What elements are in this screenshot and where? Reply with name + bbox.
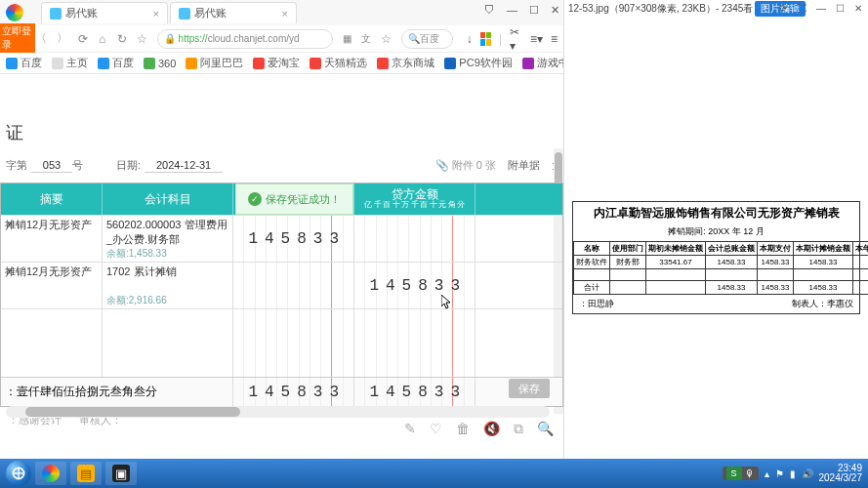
cell-summary[interactable]: 摊销12月无形资产 — [1, 263, 103, 308]
address-bar[interactable]: 🔒 https://cloud.chanjet.com/yd — [157, 29, 333, 49]
cell-credit[interactable] — [354, 216, 475, 262]
viewer-close-icon[interactable]: ✕ — [854, 3, 862, 14]
debit-amount — [233, 263, 353, 308]
bookmark-item[interactable]: 京东商城 — [377, 56, 434, 70]
nav-forward-icon[interactable]: 〉 — [57, 30, 68, 48]
tab-close-icon[interactable]: × — [282, 8, 288, 20]
tray-chevron-icon[interactable]: ▴ — [765, 468, 769, 479]
url-path: /yd — [286, 33, 299, 44]
tray-flag-icon[interactable]: ⚑ — [775, 468, 784, 479]
bookmark-item[interactable]: 爱淘宝 — [253, 56, 300, 70]
viewer-maximize-icon[interactable]: ☐ — [836, 3, 845, 14]
voucher-header: 字第 号 日期: 📎 附件 0 张 附单据 1 — [0, 154, 563, 177]
nav-home-icon[interactable]: ⌂ — [98, 30, 107, 48]
tray-mic-icon[interactable]: 🎙 — [745, 468, 755, 479]
tray-green-icon[interactable]: S — [726, 467, 742, 480]
tab-title: 易代账 — [65, 6, 98, 20]
browser-logo-icon — [6, 4, 23, 21]
search-page-icon[interactable]: 🔍 — [537, 421, 554, 437]
voucher-row-empty[interactable] — [1, 308, 562, 377]
screenshot-icon[interactable]: ✂▾ — [510, 25, 522, 53]
voucher-total-row: ： 壹仟肆佰伍拾捌元叁角叁分 145833 145833 — [1, 377, 562, 406]
heart-icon[interactable]: ♡ — [430, 421, 442, 437]
bookmark-item[interactable]: 360 — [144, 58, 176, 69]
sound-icon[interactable]: 🔇 — [483, 421, 500, 437]
translate-icon[interactable]: 文 — [361, 30, 371, 48]
bookmark-item[interactable]: 百度 — [98, 56, 134, 70]
table-header-row: 名称 使用部门 期初未摊销金额 会计总账金额 本期支付 本期计摊销金额 本年累计… — [574, 242, 869, 256]
copy-icon[interactable]: ⧉ — [514, 421, 523, 437]
voucher-date-label: 日期: — [116, 158, 141, 173]
page-title: 证 — [6, 121, 563, 144]
bookmark-item[interactable]: 主页 — [52, 56, 88, 70]
nav-reload-icon[interactable]: ⟳ — [78, 30, 88, 48]
total-words-prefix: ： — [5, 384, 17, 400]
tab-close-icon[interactable]: × — [153, 8, 159, 20]
url-scheme: https:// — [179, 33, 208, 44]
doc-maker: 田思静 — [588, 299, 614, 308]
bookmark-item[interactable]: PC9软件园 — [444, 56, 512, 70]
close-icon[interactable]: ✕ — [551, 4, 559, 17]
cell-debit[interactable] — [233, 263, 354, 308]
debit-amount: 145833 — [233, 216, 353, 262]
edit-icon[interactable]: ✎ — [404, 421, 416, 437]
voucher-row[interactable]: 摊销12月无形资产 1702 累计摊销 余额:2,916.66 145833 — [1, 262, 562, 308]
browser-tab-2[interactable]: 易代账 × — [170, 2, 297, 23]
bookmark-item[interactable]: 天猫精选 — [310, 56, 367, 70]
tab-favicon-icon — [179, 8, 190, 20]
search-box[interactable]: 🔍 百度 — [401, 29, 452, 49]
viewer-minimize-icon[interactable]: — — [816, 3, 826, 14]
cell-summary[interactable]: 摊销12月无形资产 — [1, 216, 103, 262]
page-toolbar: ✎ ♡ 🗑 🔇 ⧉ 🔍 — [404, 421, 554, 437]
taskbar-app-terminal[interactable]: ▣ — [105, 462, 137, 485]
download-icon[interactable]: ↓ — [467, 32, 473, 46]
save-button[interactable]: 保存 — [509, 379, 550, 398]
voucher-date-input[interactable] — [145, 158, 223, 173]
shield-icon[interactable]: ⛉ — [484, 4, 495, 17]
browser-address-bar-row: 〈 〉 ⟳ ⌂ ↻ ☆ 🔒 https://cloud.chanjet.com/… — [0, 25, 563, 53]
nav-star-icon[interactable]: ☆ — [137, 30, 147, 48]
voucher-word-suffix: 号 — [72, 158, 83, 173]
extensions-icon[interactable]: ≡▾ — [530, 32, 543, 46]
voucher-row[interactable]: 摊销12月无形资产 560202.000003 管理费用_办公费.财务部 余额:… — [1, 215, 562, 262]
viewer-tool-rotate-icon[interactable]: ⟳ — [779, 3, 787, 14]
taskbar-app-browser[interactable] — [35, 462, 66, 485]
bookmark-item[interactable]: 百度 — [6, 56, 42, 70]
bookmark-item[interactable]: 游戏中心 — [522, 56, 563, 70]
horizontal-scrollbar[interactable] — [6, 406, 550, 418]
apps-grid-icon[interactable] — [480, 32, 491, 46]
browser-tab-1[interactable]: 易代账 × — [41, 2, 168, 23]
image-viewer-window: 12-53.jpg（907×308像素, 23KB）- 2345看 图片编辑 内… — [564, 0, 868, 459]
minimize-icon[interactable]: — — [507, 4, 517, 17]
amortization-table: 名称 使用部门 期初未摊销金额 会计总账金额 本期支付 本期计摊销金额 本年累计… — [573, 241, 868, 295]
browser-window: 易代账 × 易代账 × ⛉ — ☐ ✕ 立即登录 〈 〉 ⟳ ⌂ ↻ ☆ 🔒 h… — [0, 0, 564, 488]
nav-back-icon[interactable]: 〈 — [35, 30, 47, 48]
credit-amount: 145833 — [354, 263, 475, 308]
tray-expand-icon[interactable]: S 🎙 — [723, 467, 759, 480]
tray-clock[interactable]: 23:49 2024/3/27 — [819, 464, 863, 484]
qr-icon[interactable]: ▦ — [343, 30, 352, 48]
menu-icon[interactable]: ≡ — [551, 32, 558, 46]
system-tray: S 🎙 ▴ ⚑ ▮ 🔊 23:49 2024/3/27 — [723, 464, 863, 484]
voucher-no-input[interactable] — [31, 158, 72, 173]
trash-icon[interactable]: 🗑 — [456, 421, 470, 437]
tray-volume-icon[interactable]: 🔊 — [802, 468, 813, 479]
cell-credit[interactable]: 145833 — [354, 263, 475, 308]
col-subject: 会计科目 — [103, 183, 233, 215]
tray-network-icon[interactable]: ▮ — [790, 468, 796, 479]
cell-debit[interactable]: 145833 — [233, 216, 354, 262]
taskbar-app-viewer[interactable]: ▤ — [70, 462, 102, 485]
addr-star-icon[interactable]: ☆ — [381, 30, 392, 48]
bookmark-item[interactable]: 阿里巴巴 — [186, 56, 243, 70]
doc-preparer: 李惠仪 — [827, 299, 853, 308]
scroll-thumb[interactable] — [25, 407, 240, 417]
nav-restore-icon[interactable]: ↻ — [117, 30, 127, 48]
table-row: 财务软件 财务部 33541.67 1458.33 1458.33 1458.3… — [574, 256, 869, 269]
attachment-link[interactable]: 📎 附件 0 张 — [435, 158, 496, 173]
balance-hint: 余额:2,916.66 — [106, 294, 167, 307]
maximize-icon[interactable]: ☐ — [529, 4, 539, 17]
start-button[interactable] — [6, 461, 31, 486]
doc-period: 摊销期间: 20XX 年 12 月 — [573, 224, 859, 241]
viewer-tool-fullscreen-icon[interactable]: ⛶ — [797, 3, 806, 14]
login-now-button[interactable]: 立即登录 — [0, 23, 35, 53]
